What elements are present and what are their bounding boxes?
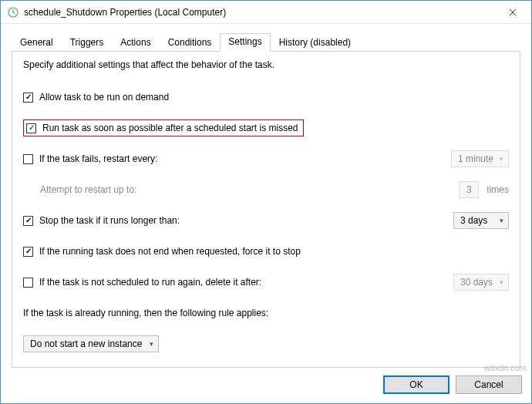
window-title: schedule_Shutdown Properties (Local Comp… [24,7,495,18]
ok-button[interactable]: OK [383,375,450,394]
run-asap-label: Run task as soon as possible after a sch… [42,123,298,133]
already-running-label: If the task is already running, then the… [23,308,268,318]
tab-settings[interactable]: Settings [220,33,270,52]
rule-dropdown[interactable]: Do not start a new instance ▾ [23,335,159,352]
stop-duration-value: 3 days [460,215,487,226]
tab-history[interactable]: History (disabled) [271,33,359,52]
cancel-button[interactable]: Cancel [456,375,522,394]
chevron-down-icon: ▾ [500,217,503,224]
clock-icon [7,6,19,19]
tab-actions[interactable]: Actions [112,33,159,52]
allow-on-demand-checkbox[interactable] [23,93,33,103]
chevron-down-icon: ▾ [500,155,503,163]
allow-on-demand-label: Allow task to be run on demand [39,92,169,103]
tab-general[interactable]: General [12,33,62,52]
dialog-footer: OK Cancel [1,368,531,403]
delete-duration-value: 30 days [460,277,493,288]
if-fails-checkbox[interactable] [23,154,33,164]
stop-duration-dropdown[interactable]: 3 days ▾ [453,212,509,229]
stop-if-longer-checkbox[interactable] [23,216,33,226]
settings-panel: Specify additional settings that affect … [12,52,520,368]
titlebar: schedule_Shutdown Properties (Local Comp… [1,1,531,24]
restart-interval-value: 1 minute [458,153,493,164]
attempt-count-input: 3 [459,181,479,198]
settings-intro: Specify additional settings that affect … [23,59,509,70]
run-asap-checkbox[interactable] [26,123,36,133]
attempt-label: Attempt to restart up to: [40,184,136,195]
delete-after-checkbox[interactable] [23,278,33,288]
tab-triggers[interactable]: Triggers [62,33,113,52]
rule-value: Do not start a new instance [30,338,142,349]
run-asap-highlight: Run task as soon as possible after a sch… [23,120,304,136]
chevron-down-icon: ▾ [500,278,503,286]
if-fails-label: If the task fails, restart every: [39,153,157,164]
chevron-down-icon: ▾ [150,340,153,348]
times-suffix: times [487,184,509,195]
tab-conditions[interactable]: Conditions [160,33,221,52]
restart-interval-dropdown: 1 minute ▾ [451,150,509,167]
delete-after-label: If the task is not scheduled to run agai… [39,277,261,288]
stop-if-longer-label: Stop the task if it runs longer than: [39,215,180,226]
force-stop-checkbox[interactable] [23,247,33,257]
force-stop-label: If the running task does not end when re… [39,246,301,257]
tab-bar: General Triggers Actions Conditions Sett… [12,33,520,52]
close-button[interactable] [495,1,530,23]
delete-duration-dropdown: 30 days ▾ [453,274,509,291]
